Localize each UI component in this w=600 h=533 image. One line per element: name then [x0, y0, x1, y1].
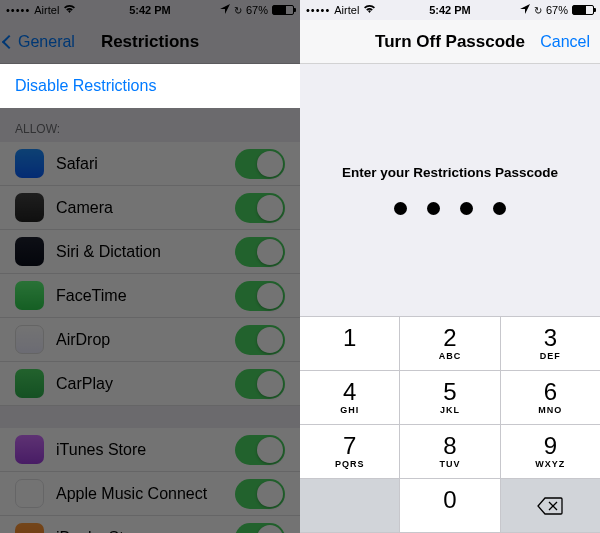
ft-icon — [15, 281, 44, 310]
carrier-label: Airtel — [34, 4, 59, 16]
keypad-digit: 8 — [443, 434, 456, 458]
ibooks-icon — [15, 523, 44, 533]
settings-row-label: FaceTime — [56, 287, 235, 305]
camera-icon — [15, 193, 44, 222]
keypad-key-3[interactable]: 3DEF — [501, 317, 600, 371]
keypad-blank — [300, 479, 400, 533]
keypad-key-7[interactable]: 7PQRS — [300, 425, 400, 479]
airdrop-icon — [15, 325, 44, 354]
settings-row-camera[interactable]: Camera — [0, 186, 300, 230]
keypad-subletters: JKL — [440, 405, 460, 415]
carplay-icon — [15, 369, 44, 398]
toggle-switch[interactable] — [235, 369, 285, 399]
settings-row-itunes[interactable]: iTunes Store — [0, 428, 300, 472]
battery-pct: 67% — [546, 4, 568, 16]
disable-restrictions-label: Disable Restrictions — [15, 77, 156, 95]
keypad-key-1[interactable]: 1 — [300, 317, 400, 371]
numeric-keypad: 12ABC3DEF4GHI5JKL6MNO7PQRS8TUV9WXYZ0 — [300, 316, 600, 533]
passcode-prompt: Enter your Restrictions Passcode — [342, 165, 558, 180]
itunes-icon — [15, 435, 44, 464]
passcode-dot — [460, 202, 473, 215]
toggle-switch[interactable] — [235, 281, 285, 311]
back-label: General — [18, 33, 75, 51]
carrier-label: Airtel — [334, 4, 359, 16]
keypad-key-2[interactable]: 2ABC — [400, 317, 500, 371]
toggle-switch[interactable] — [235, 479, 285, 509]
battery-icon — [272, 5, 294, 15]
settings-row-label: AirDrop — [56, 331, 235, 349]
screen-passcode: ••••• Airtel 5:42 PM ↻ 67% Turn Off Pass… — [300, 0, 600, 533]
battery-pct: 67% — [246, 4, 268, 16]
keypad-digit: 1 — [343, 326, 356, 350]
toggle-switch[interactable] — [235, 523, 285, 534]
keypad-backspace[interactable] — [501, 479, 600, 533]
keypad-key-8[interactable]: 8TUV — [400, 425, 500, 479]
keypad-digit: 7 — [343, 434, 356, 458]
wifi-icon — [63, 4, 76, 16]
backspace-icon — [537, 497, 563, 515]
settings-row-airdrop[interactable]: AirDrop — [0, 318, 300, 362]
keypad-digit: 9 — [544, 434, 557, 458]
keypad-subletters: TUV — [439, 459, 460, 469]
toggle-switch[interactable] — [235, 435, 285, 465]
rotation-lock-icon: ↻ — [534, 5, 542, 16]
keypad-key-0[interactable]: 0 — [400, 479, 500, 533]
keypad-digit: 6 — [544, 380, 557, 404]
keypad-subletters: DEF — [540, 351, 561, 361]
settings-row-ibooks[interactable]: iBooks Store — [0, 516, 300, 533]
wifi-icon — [363, 4, 376, 16]
location-icon — [520, 4, 530, 16]
music-icon — [15, 479, 44, 508]
nav-bar: Turn Off Passcode Cancel — [300, 20, 600, 64]
settings-row-label: CarPlay — [56, 375, 235, 393]
toggle-switch[interactable] — [235, 237, 285, 267]
settings-row-label: Siri & Dictation — [56, 243, 235, 261]
settings-row-ft[interactable]: FaceTime — [0, 274, 300, 318]
settings-row-music[interactable]: Apple Music Connect — [0, 472, 300, 516]
toggle-switch[interactable] — [235, 193, 285, 223]
disable-restrictions-row-highlight[interactable]: Disable Restrictions — [0, 64, 300, 108]
keypad-subletters: ABC — [439, 351, 462, 361]
passcode-dot — [493, 202, 506, 215]
settings-row-label: Safari — [56, 155, 235, 173]
allow-section-header: ALLOW: — [0, 108, 300, 142]
cancel-button[interactable]: Cancel — [540, 33, 590, 51]
keypad-digit: 3 — [544, 326, 557, 350]
keypad-subletters: WXYZ — [535, 459, 565, 469]
back-button[interactable]: General — [4, 33, 75, 51]
signal-dots-icon: ••••• — [306, 4, 330, 16]
screen-restrictions: ••••• Airtel 5:42 PM ↻ 67% — [0, 0, 300, 533]
keypad-key-5[interactable]: 5JKL — [400, 371, 500, 425]
keypad-key-9[interactable]: 9WXYZ — [501, 425, 600, 479]
page-title: Turn Off Passcode — [375, 32, 525, 52]
location-icon — [220, 4, 230, 16]
passcode-dots — [394, 202, 506, 215]
status-bar: ••••• Airtel 5:42 PM ↻ 67% — [0, 0, 300, 20]
keypad-key-4[interactable]: 4GHI — [300, 371, 400, 425]
passcode-area: Enter your Restrictions Passcode — [300, 64, 600, 316]
keypad-digit: 0 — [443, 488, 456, 512]
nav-bar: General Restrictions — [0, 20, 300, 64]
keypad-key-6[interactable]: 6MNO — [501, 371, 600, 425]
settings-row-label: Apple Music Connect — [56, 485, 235, 503]
passcode-dot — [394, 202, 407, 215]
status-bar: ••••• Airtel 5:42 PM ↻ 67% — [300, 0, 600, 20]
toggle-switch[interactable] — [235, 149, 285, 179]
page-title: Restrictions — [101, 32, 199, 52]
settings-row-label: Camera — [56, 199, 235, 217]
keypad-subletters: PQRS — [335, 459, 365, 469]
passcode-dot — [427, 202, 440, 215]
settings-row-siri[interactable]: Siri & Dictation — [0, 230, 300, 274]
keypad-digit: 4 — [343, 380, 356, 404]
keypad-subletters: MNO — [538, 405, 562, 415]
settings-row-carplay[interactable]: CarPlay — [0, 362, 300, 406]
settings-row-label: iTunes Store — [56, 441, 235, 459]
safari-icon — [15, 149, 44, 178]
settings-row-safari[interactable]: Safari — [0, 142, 300, 186]
keypad-subletters: GHI — [340, 405, 359, 415]
settings-row-label: iBooks Store — [56, 529, 235, 534]
signal-dots-icon: ••••• — [6, 4, 30, 16]
siri-icon — [15, 237, 44, 266]
toggle-switch[interactable] — [235, 325, 285, 355]
keypad-digit: 5 — [443, 380, 456, 404]
